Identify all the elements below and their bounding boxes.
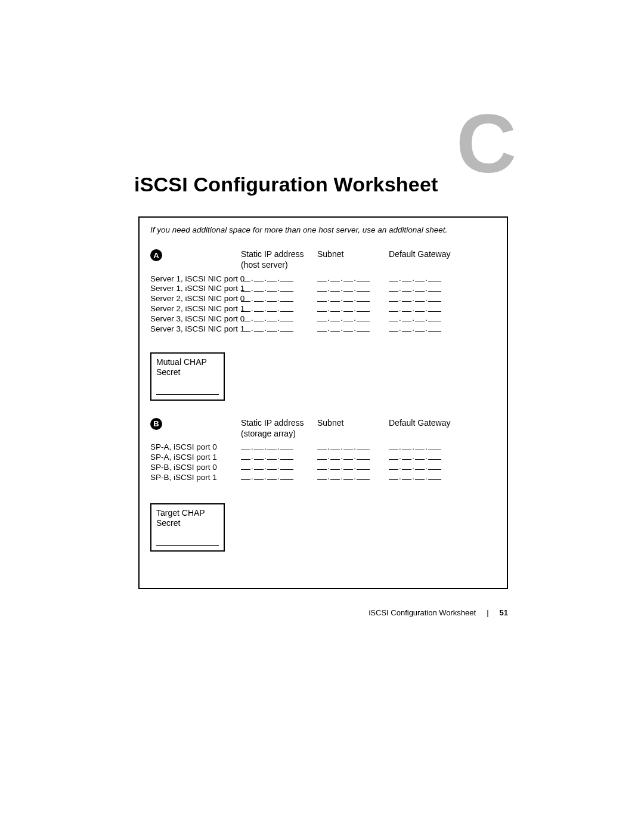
target-chap-blank <box>156 537 219 546</box>
mutual-chap-box: Mutual CHAP Secret <box>150 352 225 401</box>
ip-blank: ... <box>241 314 317 324</box>
ip-blank: ... <box>389 305 466 314</box>
col-header-gateway-a: Default Gateway <box>389 249 466 259</box>
ip-blank: ... <box>241 453 317 462</box>
section-b: B Static IP address (storage array) Subn… <box>150 417 496 552</box>
row-label: Server 2, iSCSI NIC port 0 <box>150 294 241 304</box>
footer-page-number: 51 <box>500 608 508 617</box>
ip-blank: ... <box>389 274 466 284</box>
appendix-letter: C <box>456 95 514 192</box>
page: C iSCSI Configuration Worksheet If you n… <box>0 0 644 833</box>
ip-blank: ... <box>317 473 389 482</box>
table-row: Server 2, iSCSI NIC port 1......... <box>150 304 496 314</box>
table-row: Server 3, iSCSI NIC port 1......... <box>150 324 496 335</box>
table-row: SP-B, iSCSI port 0......... <box>150 463 496 473</box>
ip-blank: ... <box>389 443 466 453</box>
table-row: Server 2, iSCSI NIC port 0......... <box>150 294 496 304</box>
col-header-ip-a: Static IP address (host server) <box>241 249 317 270</box>
row-label: Server 1, iSCSI NIC port 1 <box>150 284 241 294</box>
ip-blank: ... <box>241 473 317 482</box>
ip-blank: ... <box>317 324 389 334</box>
ip-blank: ... <box>317 443 389 453</box>
row-label: SP-A, iSCSI port 1 <box>150 453 241 463</box>
ip-blank: ... <box>389 453 466 462</box>
row-label: Server 3, iSCSI NIC port 1 <box>150 324 241 335</box>
footer: iSCSI Configuration Worksheet | 51 <box>138 608 508 617</box>
col-header-subnet-b: Subnet <box>317 417 389 428</box>
rows-b: SP-A, iSCSI port 0.........SP-A, iSCSI p… <box>150 442 496 483</box>
ip-blank: ... <box>241 295 317 304</box>
ip-blank: ... <box>241 274 317 284</box>
target-chap-label: Target CHAP Secret <box>156 508 219 529</box>
mutual-chap-label: Mutual CHAP Secret <box>156 357 219 378</box>
ip-blank: ... <box>241 463 317 472</box>
page-title: iSCSI Configuration Worksheet <box>134 173 438 196</box>
worksheet-box: If you need additional space for more th… <box>138 216 508 589</box>
ip-blank: ... <box>389 314 466 324</box>
rows-a: Server 1, iSCSI NIC port 0.........Serve… <box>150 274 496 335</box>
mutual-chap-blank <box>156 386 219 395</box>
ip-blank: ... <box>317 453 389 462</box>
table-row: SP-B, iSCSI port 1......... <box>150 473 496 483</box>
ip-blank: ... <box>317 284 389 294</box>
col-header-ip-b: Static IP address (storage array) <box>241 417 317 439</box>
ip-blank: ... <box>389 324 466 334</box>
section-a: A Static IP address (host server) Subnet… <box>150 249 496 401</box>
badge-a: A <box>150 249 162 261</box>
ip-blank: ... <box>317 314 389 324</box>
table-row: SP-A, iSCSI port 1......... <box>150 453 496 463</box>
badge-b: B <box>150 418 162 430</box>
table-row: Server 3, iSCSI NIC port 0......... <box>150 314 496 324</box>
ip-blank: ... <box>241 443 317 453</box>
target-chap-box: Target CHAP Secret <box>150 503 225 552</box>
ip-blank: ... <box>317 295 389 304</box>
table-row: SP-A, iSCSI port 0......... <box>150 442 496 453</box>
ip-blank: ... <box>241 324 317 334</box>
ip-blank: ... <box>389 473 466 482</box>
row-label: SP-B, iSCSI port 1 <box>150 473 241 483</box>
col-header-gateway-b: Default Gateway <box>389 417 466 428</box>
ip-blank: ... <box>241 305 317 314</box>
section-a-header-row: A Static IP address (host server) Subnet… <box>150 249 496 270</box>
row-label: SP-A, iSCSI port 0 <box>150 442 241 453</box>
col-header-subnet-a: Subnet <box>317 249 389 259</box>
ip-blank: ... <box>317 305 389 314</box>
row-label: Server 2, iSCSI NIC port 1 <box>150 304 241 314</box>
row-label: Server 1, iSCSI NIC port 0 <box>150 274 241 284</box>
table-row: Server 1, iSCSI NIC port 1......... <box>150 284 496 294</box>
ip-blank: ... <box>389 295 466 304</box>
row-label: SP-B, iSCSI port 0 <box>150 463 241 473</box>
ip-blank: ... <box>317 463 389 472</box>
ip-blank: ... <box>241 284 317 294</box>
table-row: Server 1, iSCSI NIC port 0......... <box>150 274 496 284</box>
footer-separator: | <box>487 608 488 617</box>
section-b-header-row: B Static IP address (storage array) Subn… <box>150 417 496 439</box>
ip-blank: ... <box>389 284 466 294</box>
row-label: Server 3, iSCSI NIC port 0 <box>150 314 241 324</box>
note-text: If you need additional space for more th… <box>150 225 496 236</box>
footer-section: iSCSI Configuration Worksheet <box>369 608 476 617</box>
ip-blank: ... <box>317 274 389 284</box>
ip-blank: ... <box>389 463 466 472</box>
